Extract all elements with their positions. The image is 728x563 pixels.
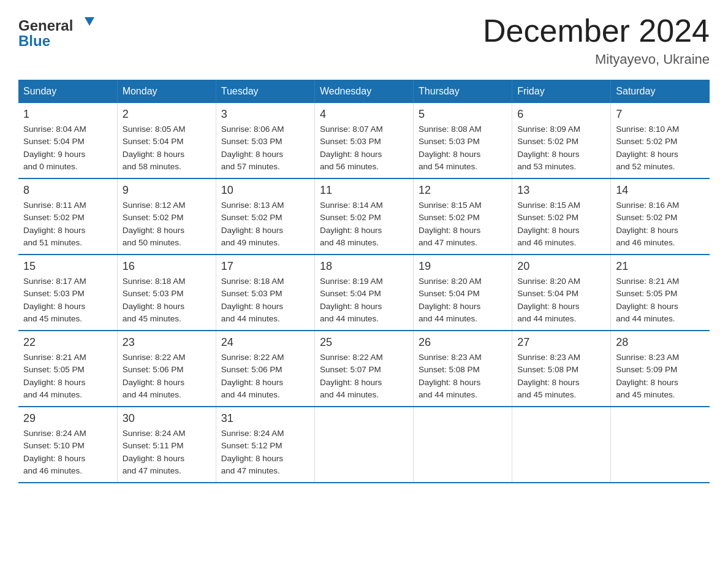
table-row: 9Sunrise: 8:12 AMSunset: 5:02 PMDaylight… bbox=[117, 178, 216, 255]
svg-marker-1 bbox=[85, 17, 94, 26]
title-section: December 2024 Mityayevo, Ukraine bbox=[483, 12, 710, 67]
day-number: 20 bbox=[517, 260, 605, 273]
table-row: 10Sunrise: 8:13 AMSunset: 5:02 PMDayligh… bbox=[216, 178, 314, 255]
day-info: Sunrise: 8:09 AMSunset: 5:02 PMDaylight:… bbox=[517, 123, 605, 173]
col-thursday: Thursday bbox=[414, 80, 512, 103]
day-info: Sunrise: 8:10 AMSunset: 5:02 PMDaylight:… bbox=[616, 123, 705, 173]
table-row: 5Sunrise: 8:08 AMSunset: 5:03 PMDaylight… bbox=[414, 103, 512, 178]
calendar-week-row: 15Sunrise: 8:17 AMSunset: 5:03 PMDayligh… bbox=[18, 255, 710, 331]
day-number: 28 bbox=[616, 336, 705, 349]
table-row: 14Sunrise: 8:16 AMSunset: 5:02 PMDayligh… bbox=[611, 178, 710, 255]
col-sunday: Sunday bbox=[18, 80, 117, 103]
table-row: 6Sunrise: 8:09 AMSunset: 5:02 PMDaylight… bbox=[512, 103, 611, 178]
day-number: 31 bbox=[221, 412, 309, 425]
col-friday: Friday bbox=[512, 80, 611, 103]
day-info: Sunrise: 8:13 AMSunset: 5:02 PMDaylight:… bbox=[221, 199, 309, 249]
day-number: 5 bbox=[419, 108, 507, 121]
calendar-table: Sunday Monday Tuesday Wednesday Thursday… bbox=[18, 80, 710, 483]
page-header: General Blue December 2024 Mityayevo, Uk… bbox=[18, 12, 710, 67]
col-saturday: Saturday bbox=[611, 80, 710, 103]
table-row: 15Sunrise: 8:17 AMSunset: 5:03 PMDayligh… bbox=[18, 255, 117, 331]
day-info: Sunrise: 8:11 AMSunset: 5:02 PMDaylight:… bbox=[23, 199, 112, 249]
day-info: Sunrise: 8:04 AMSunset: 5:04 PMDaylight:… bbox=[23, 123, 112, 173]
day-info: Sunrise: 8:20 AMSunset: 5:04 PMDaylight:… bbox=[517, 275, 605, 325]
col-tuesday: Tuesday bbox=[216, 80, 314, 103]
calendar-week-row: 22Sunrise: 8:21 AMSunset: 5:05 PMDayligh… bbox=[18, 331, 710, 407]
day-number: 24 bbox=[221, 336, 309, 349]
day-number: 9 bbox=[123, 184, 211, 197]
day-info: Sunrise: 8:22 AMSunset: 5:06 PMDaylight:… bbox=[221, 351, 309, 401]
day-number: 30 bbox=[123, 412, 211, 425]
day-info: Sunrise: 8:24 AMSunset: 5:12 PMDaylight:… bbox=[221, 427, 309, 477]
day-number: 2 bbox=[123, 108, 211, 121]
day-number: 7 bbox=[616, 108, 705, 121]
day-number: 23 bbox=[123, 336, 211, 349]
day-number: 14 bbox=[616, 184, 705, 197]
day-number: 17 bbox=[221, 260, 309, 273]
logo: General Blue bbox=[18, 12, 98, 49]
day-number: 11 bbox=[320, 184, 408, 197]
day-info: Sunrise: 8:15 AMSunset: 5:02 PMDaylight:… bbox=[517, 199, 605, 249]
calendar-week-row: 1Sunrise: 8:04 AMSunset: 5:04 PMDaylight… bbox=[18, 103, 710, 178]
table-row: 24Sunrise: 8:22 AMSunset: 5:06 PMDayligh… bbox=[216, 331, 314, 407]
day-info: Sunrise: 8:21 AMSunset: 5:05 PMDaylight:… bbox=[23, 351, 112, 401]
table-row: 3Sunrise: 8:06 AMSunset: 5:03 PMDaylight… bbox=[216, 103, 314, 178]
table-row: 25Sunrise: 8:22 AMSunset: 5:07 PMDayligh… bbox=[314, 331, 413, 407]
day-info: Sunrise: 8:15 AMSunset: 5:02 PMDaylight:… bbox=[419, 199, 507, 249]
calendar-week-row: 8Sunrise: 8:11 AMSunset: 5:02 PMDaylight… bbox=[18, 178, 710, 255]
day-number: 25 bbox=[320, 336, 408, 349]
day-info: Sunrise: 8:16 AMSunset: 5:02 PMDaylight:… bbox=[616, 199, 705, 249]
day-info: Sunrise: 8:23 AMSunset: 5:08 PMDaylight:… bbox=[419, 351, 507, 401]
day-info: Sunrise: 8:20 AMSunset: 5:04 PMDaylight:… bbox=[419, 275, 507, 325]
day-info: Sunrise: 8:21 AMSunset: 5:05 PMDaylight:… bbox=[616, 275, 705, 325]
table-row: 2Sunrise: 8:05 AMSunset: 5:04 PMDaylight… bbox=[117, 103, 216, 178]
svg-text:General: General bbox=[18, 17, 73, 34]
day-info: Sunrise: 8:14 AMSunset: 5:02 PMDaylight:… bbox=[320, 199, 408, 249]
table-row: 31Sunrise: 8:24 AMSunset: 5:12 PMDayligh… bbox=[216, 407, 314, 483]
day-number: 10 bbox=[221, 184, 309, 197]
table-row bbox=[512, 407, 611, 483]
day-number: 1 bbox=[23, 108, 112, 121]
table-row: 30Sunrise: 8:24 AMSunset: 5:11 PMDayligh… bbox=[117, 407, 216, 483]
calendar-header-row: Sunday Monday Tuesday Wednesday Thursday… bbox=[18, 80, 710, 103]
table-row: 1Sunrise: 8:04 AMSunset: 5:04 PMDaylight… bbox=[18, 103, 117, 178]
table-row bbox=[314, 407, 413, 483]
day-number: 19 bbox=[419, 260, 507, 273]
day-info: Sunrise: 8:18 AMSunset: 5:03 PMDaylight:… bbox=[123, 275, 211, 325]
col-wednesday: Wednesday bbox=[314, 80, 413, 103]
day-info: Sunrise: 8:23 AMSunset: 5:09 PMDaylight:… bbox=[616, 351, 705, 401]
day-number: 27 bbox=[517, 336, 605, 349]
day-number: 13 bbox=[517, 184, 605, 197]
day-number: 3 bbox=[221, 108, 309, 121]
table-row: 12Sunrise: 8:15 AMSunset: 5:02 PMDayligh… bbox=[414, 178, 512, 255]
table-row: 18Sunrise: 8:19 AMSunset: 5:04 PMDayligh… bbox=[314, 255, 413, 331]
day-number: 8 bbox=[23, 184, 112, 197]
calendar-week-row: 29Sunrise: 8:24 AMSunset: 5:10 PMDayligh… bbox=[18, 407, 710, 483]
table-row: 26Sunrise: 8:23 AMSunset: 5:08 PMDayligh… bbox=[414, 331, 512, 407]
table-row: 22Sunrise: 8:21 AMSunset: 5:05 PMDayligh… bbox=[18, 331, 117, 407]
table-row: 19Sunrise: 8:20 AMSunset: 5:04 PMDayligh… bbox=[414, 255, 512, 331]
table-row: 23Sunrise: 8:22 AMSunset: 5:06 PMDayligh… bbox=[117, 331, 216, 407]
day-number: 6 bbox=[517, 108, 605, 121]
page-title: December 2024 bbox=[483, 12, 710, 49]
table-row: 7Sunrise: 8:10 AMSunset: 5:02 PMDaylight… bbox=[611, 103, 710, 178]
day-info: Sunrise: 8:08 AMSunset: 5:03 PMDaylight:… bbox=[419, 123, 507, 173]
table-row: 20Sunrise: 8:20 AMSunset: 5:04 PMDayligh… bbox=[512, 255, 611, 331]
table-row: 28Sunrise: 8:23 AMSunset: 5:09 PMDayligh… bbox=[611, 331, 710, 407]
day-number: 4 bbox=[320, 108, 408, 121]
table-row: 29Sunrise: 8:24 AMSunset: 5:10 PMDayligh… bbox=[18, 407, 117, 483]
table-row: 11Sunrise: 8:14 AMSunset: 5:02 PMDayligh… bbox=[314, 178, 413, 255]
col-monday: Monday bbox=[117, 80, 216, 103]
day-info: Sunrise: 8:06 AMSunset: 5:03 PMDaylight:… bbox=[221, 123, 309, 173]
day-info: Sunrise: 8:17 AMSunset: 5:03 PMDaylight:… bbox=[23, 275, 112, 325]
day-info: Sunrise: 8:22 AMSunset: 5:06 PMDaylight:… bbox=[123, 351, 211, 401]
table-row: 21Sunrise: 8:21 AMSunset: 5:05 PMDayligh… bbox=[611, 255, 710, 331]
table-row bbox=[611, 407, 710, 483]
table-row bbox=[414, 407, 512, 483]
table-row: 4Sunrise: 8:07 AMSunset: 5:03 PMDaylight… bbox=[314, 103, 413, 178]
day-info: Sunrise: 8:05 AMSunset: 5:04 PMDaylight:… bbox=[123, 123, 211, 173]
table-row: 13Sunrise: 8:15 AMSunset: 5:02 PMDayligh… bbox=[512, 178, 611, 255]
day-info: Sunrise: 8:07 AMSunset: 5:03 PMDaylight:… bbox=[320, 123, 408, 173]
page-subtitle: Mityayevo, Ukraine bbox=[483, 52, 710, 67]
day-number: 15 bbox=[23, 260, 112, 273]
